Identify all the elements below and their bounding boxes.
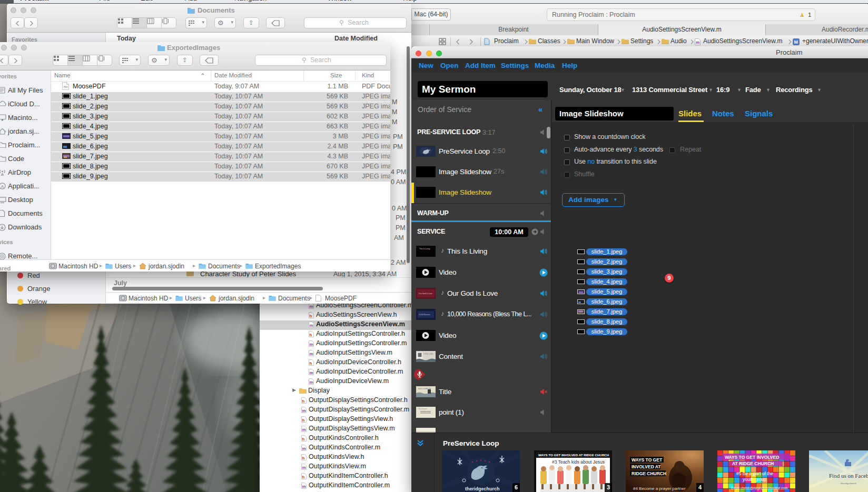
svg-text:m: m bbox=[310, 304, 313, 309]
svg-text:m: m bbox=[310, 380, 313, 385]
svg-text:h: h bbox=[302, 399, 305, 404]
svg-text:#3 Teach kids about Jesus: #3 Teach kids about Jesus bbox=[552, 459, 605, 465]
svg-text:m: m bbox=[302, 446, 306, 451]
svg-text:m: m bbox=[310, 323, 313, 328]
svg-text:Find us on Facebo: Find us on Facebo bbox=[829, 473, 868, 479]
svg-text:m: m bbox=[302, 465, 306, 470]
svg-text:h: h bbox=[302, 437, 305, 441]
svg-text:WAYS TO GET: WAYS TO GET bbox=[632, 457, 663, 463]
svg-text:#5 Be a part of the: #5 Be a part of the bbox=[736, 471, 773, 476]
svg-text:youth group: youth group bbox=[743, 477, 766, 482]
svg-text:m: m bbox=[302, 484, 306, 489]
svg-text:m: m bbox=[302, 427, 306, 432]
svg-text:h: h bbox=[302, 456, 305, 460]
svg-text:INVOLVED AT: INVOLVED AT bbox=[632, 464, 661, 469]
svg-text:10,000 Reasons: 10,000 Reasons bbox=[419, 314, 430, 316]
svg-text:h: h bbox=[310, 314, 312, 318]
svg-text:STEVE JOBS: STEVE JOBS bbox=[423, 353, 433, 355]
svg-text:m: m bbox=[696, 40, 699, 45]
svg-text:AT RIDGE CHURCH: AT RIDGE CHURCH bbox=[732, 461, 774, 466]
svg-text:#4 Become a prayer partner: #4 Become a prayer partner bbox=[633, 486, 686, 491]
svg-text:WAYS TO GET INVOLVED: WAYS TO GET INVOLVED bbox=[725, 455, 779, 460]
svg-text:RIDGE CHURCH: RIDGE CHURCH bbox=[632, 471, 666, 476]
svg-text:theridgechurch: theridgechurch bbox=[841, 482, 856, 485]
svg-text:m: m bbox=[302, 408, 306, 413]
svg-text:A: A bbox=[1, 184, 4, 189]
svg-text:m: m bbox=[310, 370, 313, 375]
svg-text:1 My Footpath: 1 My Footpath bbox=[418, 408, 427, 410]
svg-text:theridgechurch: theridgechurch bbox=[465, 486, 500, 491]
svg-text:h: h bbox=[310, 361, 312, 366]
svg-text:M: M bbox=[794, 39, 798, 45]
svg-text:This Is Living: This Is Living bbox=[419, 248, 430, 250]
svg-text:h: h bbox=[302, 475, 305, 479]
svg-text:m: m bbox=[310, 352, 313, 356]
svg-text:WAYS TO GET INVOLVED AT RIDGE: WAYS TO GET INVOLVED AT RIDGE CHURCH bbox=[538, 453, 609, 457]
svg-text:Email chrisb@ridgechurchonline: Email chrisb@ridgechurchonline.com bbox=[731, 486, 787, 490]
svg-text:m: m bbox=[310, 342, 313, 347]
svg-text:h: h bbox=[302, 418, 305, 423]
svg-text:h: h bbox=[310, 333, 312, 337]
svg-text:Our God Is Love: Our God Is Love bbox=[419, 293, 432, 295]
